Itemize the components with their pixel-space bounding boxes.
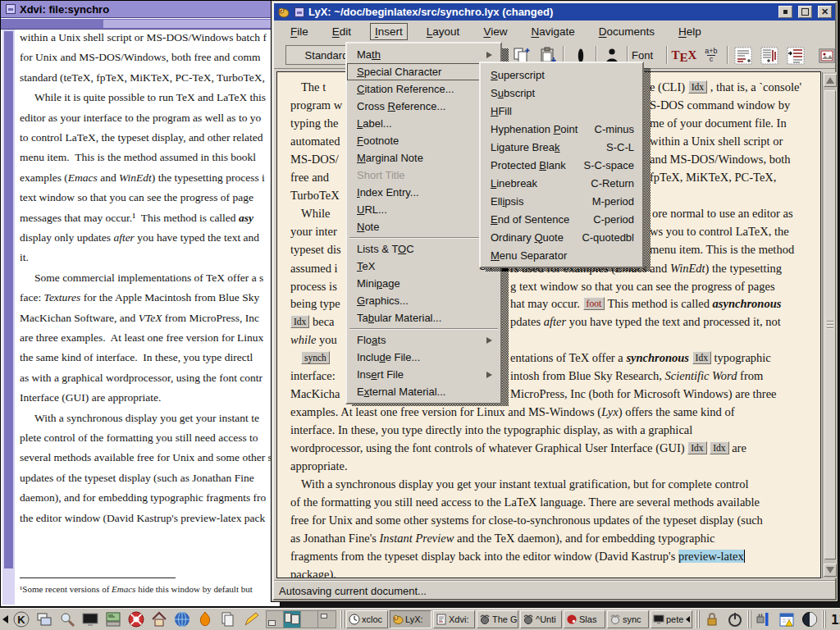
toolbar-math-mode-button[interactable]: a+bc — [699, 44, 724, 66]
minimize-button[interactable] — [778, 6, 792, 18]
menu-item-end-of-sentence[interactable]: End of SentenceC-period — [481, 210, 642, 228]
scrollbar-thumb[interactable] — [824, 90, 836, 559]
menu-item-include-file[interactable]: Include File... — [347, 349, 500, 366]
panel-hide-left-button[interactable] — [2, 610, 9, 628]
menu-item-floats[interactable]: Floats — [347, 331, 500, 349]
menu-item-tabular-material[interactable]: Tabular Material... — [347, 309, 500, 326]
launcher-help-lifering-icon[interactable] — [126, 609, 147, 629]
maximize-button[interactable] — [798, 6, 812, 18]
applet-logout-power-icon[interactable] — [724, 609, 746, 629]
menu-item-external-material[interactable]: External Material... — [347, 383, 500, 400]
menu-item-short-title[interactable]: Short Title — [347, 167, 500, 184]
task-button-xdvi[interactable]: Xdvi: — [433, 610, 475, 628]
menubar-item-help[interactable]: Help — [673, 23, 706, 40]
pager-desktop-2[interactable] — [284, 611, 301, 628]
launcher-window-list-icon[interactable] — [34, 609, 55, 629]
menu-item-graphics[interactable]: Graphics... — [347, 292, 500, 309]
menubar-item-file[interactable]: File — [285, 23, 313, 40]
menu-item-superscript[interactable]: Superscript — [481, 66, 642, 84]
menu-item-url[interactable]: URL... — [347, 201, 500, 218]
lyx-window-icon[interactable] — [277, 6, 290, 19]
menu-item-ligature-break[interactable]: Ligature BreakS-C-L — [481, 138, 642, 156]
xdvi-hscroll-thumb[interactable] — [103, 20, 280, 28]
menubar-item-navigate[interactable]: Navigate — [526, 23, 579, 40]
menu-item-ellipsis[interactable]: EllipsisM-period — [481, 192, 642, 210]
menu-item-special-character[interactable]: Special Character — [347, 63, 500, 80]
menu-item-footnote[interactable]: Footnote — [347, 132, 500, 149]
panel-handle[interactable] — [340, 610, 345, 628]
menu-item-index-entry[interactable]: Index Entry... — [347, 184, 500, 201]
lyx-window-menu-button[interactable] — [294, 7, 304, 17]
close-button[interactable]: ✕ — [818, 6, 832, 18]
panel-handle[interactable] — [747, 610, 751, 628]
launcher-kmail-icon[interactable] — [194, 609, 216, 629]
applet-lock-icon[interactable] — [701, 609, 723, 629]
menu-item-citation-reference[interactable]: Citation Reference... — [347, 80, 500, 98]
launcher-home-icon[interactable] — [148, 609, 170, 629]
menu-item-marginal-note[interactable]: Marginal Note — [347, 149, 500, 167]
scroll-up-arrow[interactable] — [824, 74, 837, 87]
menubar-item-view[interactable]: View — [478, 23, 512, 40]
launcher-globe-browser-icon[interactable] — [171, 609, 193, 629]
index-inset-button[interactable]: Idx — [687, 441, 706, 454]
launcher-documents-icon[interactable] — [217, 609, 239, 629]
footnote-inset-button[interactable]: foot — [583, 297, 605, 310]
panel-handle[interactable] — [696, 610, 700, 628]
menubar-item-insert[interactable]: Insert — [370, 23, 408, 40]
index-inset-button[interactable]: Idx — [692, 351, 711, 364]
index-inset-button[interactable]: synch — [301, 351, 330, 364]
task-button-the-g[interactable]: The G — [477, 610, 518, 628]
menu-item-cross-reference[interactable]: Cross Reference... — [347, 98, 500, 115]
launcher-kfind-icon[interactable] — [57, 609, 78, 629]
toolbar-insert-footnote-icon[interactable] — [732, 44, 755, 66]
menu-item-linebreak[interactable]: LinebreakC-Return — [481, 174, 642, 192]
launcher-editor-pencil-icon[interactable] — [240, 609, 262, 629]
applet-klipper-plug-icon[interactable] — [753, 609, 774, 629]
launcher-monitor-icon[interactable] — [80, 609, 101, 629]
xdvi-vertical-scrollbar[interactable] — [2, 30, 15, 605]
launcher-terminal-register-icon[interactable] — [103, 609, 124, 629]
task-button-pete[interactable]: pete — [651, 610, 692, 628]
pager-desktop-4[interactable] — [318, 611, 336, 628]
menu-item-tex[interactable]: TeXC-l — [347, 258, 500, 275]
menu-item-subscript[interactable]: Subscript — [481, 84, 642, 102]
menu-item-math[interactable]: Math — [347, 46, 500, 63]
toolbar-insert-figure-icon[interactable] — [815, 44, 838, 66]
pager-desktop-1[interactable] — [267, 611, 284, 628]
menu-item-menu-separator[interactable]: Menu Separator — [481, 246, 642, 264]
scroll-down-arrow[interactable] — [824, 564, 837, 577]
menu-item-protected-blank[interactable]: Protected BlankS-C-space — [481, 156, 642, 174]
index-inset-button[interactable]: Idx — [688, 80, 707, 94]
menubar-item-layout[interactable]: Layout — [422, 23, 465, 40]
menu-item-minipage[interactable]: Minipage — [347, 275, 500, 292]
task-button-lyx[interactable]: LyX: — [390, 610, 431, 628]
index-inset-button[interactable]: Idx — [710, 441, 728, 454]
document-scrollbar[interactable] — [822, 72, 838, 578]
menu-item-note[interactable]: Note — [347, 218, 500, 235]
task-button-xcloc[interactable]: xcloc — [346, 610, 388, 628]
xdvi-horizontal-scrollbar[interactable] — [1, 19, 280, 30]
applet-organizer-calendar-icon[interactable] — [776, 609, 797, 629]
menu-item-insert-file[interactable]: Insert File — [347, 366, 500, 383]
menu-item-hyphenation-point[interactable]: Hyphenation PointC-minus — [481, 120, 642, 138]
xdvi-titlebar[interactable]: Xdvi: file:synchro — [1, 1, 280, 18]
menu-item-hfill[interactable]: HFill — [481, 102, 642, 120]
index-inset-button[interactable]: Idx — [290, 315, 309, 328]
menu-item-lists-toc[interactable]: Lists & TOC — [347, 240, 500, 258]
task-button-sync[interactable]: sync — [607, 610, 649, 628]
panel-handle[interactable] — [822, 610, 826, 628]
task-button-slas[interactable]: Slas — [564, 610, 605, 628]
menu-item-ordinary-quote[interactable]: Ordinary QuoteC-quotedbl — [481, 228, 642, 246]
applet-moon-phase-icon[interactable] — [799, 609, 820, 629]
xdvi-vscroll-thumb[interactable] — [4, 31, 13, 568]
launcher-kde-menu-icon[interactable]: K — [11, 609, 32, 629]
menu-item-label[interactable]: Label... — [347, 115, 500, 132]
task-button-unti[interactable]: ^Unti — [520, 610, 562, 628]
toolbar-insert-depth-icon[interactable] — [784, 44, 807, 66]
toolbar-insert-marginnote-icon[interactable] — [758, 44, 781, 66]
lyx-titlebar[interactable]: LyX: ~/doc/beginlatex/src/synchro.lyx (c… — [274, 3, 835, 21]
menubar-item-edit[interactable]: Edit — [327, 23, 356, 40]
toolbar-tex-mode-button[interactable]: TEX — [671, 44, 697, 66]
menubar-item-documents[interactable]: Documents — [594, 23, 660, 40]
xdvi-window-icon[interactable] — [6, 4, 16, 14]
